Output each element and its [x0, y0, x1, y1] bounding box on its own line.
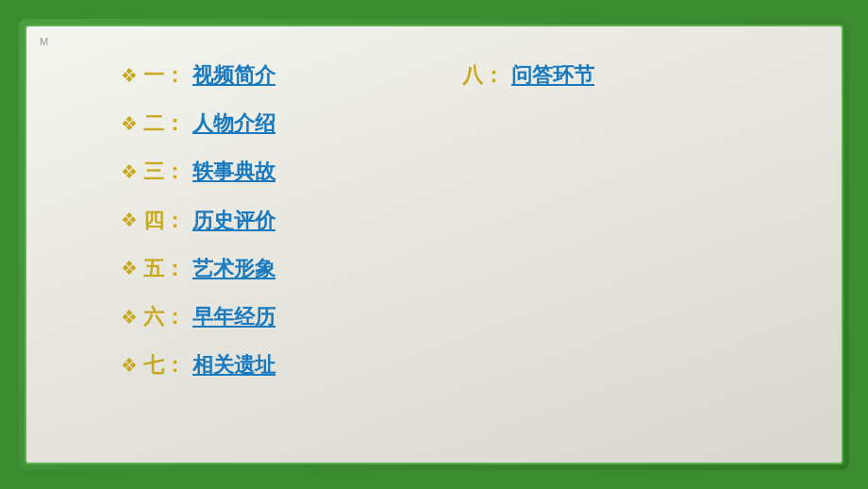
item-label: 视频简介 [192, 59, 275, 92]
item-num: 八： [462, 59, 504, 92]
outer-border: M ❖ 一： 视频简介 ❖ 二： 人物介绍 ❖ 三： 轶事典故 [19, 19, 849, 470]
bullet-icon: ❖ [121, 109, 138, 139]
slide-number: M [40, 36, 48, 47]
item-label: 轶事典故 [192, 155, 275, 188]
list-item[interactable]: ❖ 四： 历史评价 [121, 200, 462, 241]
content-area: ❖ 一： 视频简介 ❖ 二： 人物介绍 ❖ 三： 轶事典故 ❖ 四： [64, 55, 804, 385]
item-num: 七： [143, 348, 185, 381]
bullet-icon: ❖ [121, 157, 138, 187]
item-label: 早年经历 [192, 300, 275, 333]
bullet-icon: ❖ [121, 350, 138, 380]
item-num: 四： [143, 204, 185, 237]
item-label: 艺术形象 [192, 252, 275, 285]
list-item[interactable]: ❖ 五： 艺术形象 [121, 248, 462, 289]
item-label: 问答环节 [511, 59, 594, 92]
item-num: 三： [143, 155, 185, 188]
list-item[interactable]: ❖ 六： 早年经历 [121, 296, 462, 337]
bullet-icon: ❖ [121, 60, 138, 91]
list-item[interactable]: ❖ 三： 轶事典故 [121, 151, 462, 192]
list-item[interactable]: ❖ 二： 人物介绍 [121, 103, 462, 143]
item-label: 历史评价 [192, 204, 275, 237]
bullet-icon: ❖ [121, 205, 138, 235]
bullet-icon: ❖ [121, 253, 138, 283]
item-num: 一： [143, 59, 185, 92]
right-column: 八： 问答环节 [462, 55, 804, 385]
item-num: 六： [143, 300, 185, 333]
item-num: 二： [143, 107, 185, 140]
list-item[interactable]: 八： 问答环节 [462, 55, 804, 95]
inner-card: M ❖ 一： 视频简介 ❖ 二： 人物介绍 ❖ 三： 轶事典故 [25, 25, 843, 464]
bullet-icon: ❖ [121, 302, 138, 332]
item-num: 五： [143, 252, 185, 285]
item-label: 人物介绍 [192, 107, 275, 140]
list-item[interactable]: ❖ 七： 相关遗址 [121, 345, 462, 385]
left-column: ❖ 一： 视频简介 ❖ 二： 人物介绍 ❖ 三： 轶事典故 ❖ 四： [121, 55, 462, 385]
list-item[interactable]: ❖ 一： 视频简介 [121, 55, 462, 95]
item-label: 相关遗址 [192, 348, 275, 381]
